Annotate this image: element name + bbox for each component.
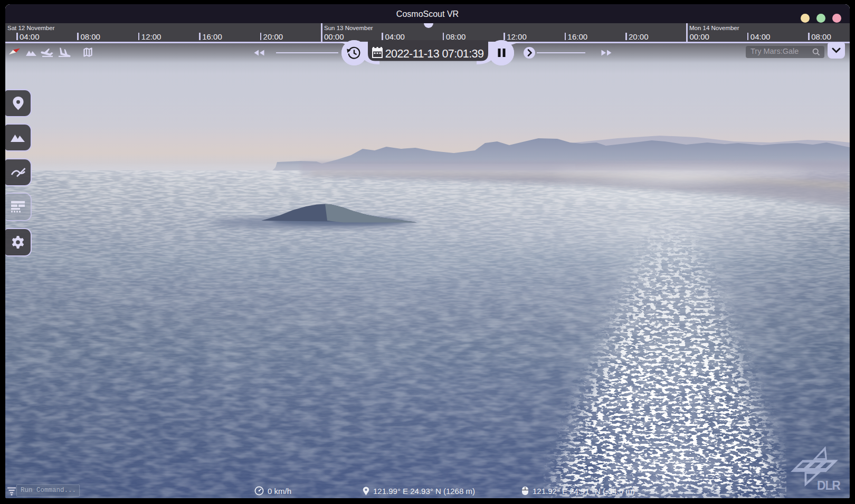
svg-text:2022-11-13 07:01:39: 2022-11-13 07:01:39: [385, 47, 484, 60]
svg-text:DLR: DLR: [817, 479, 841, 492]
